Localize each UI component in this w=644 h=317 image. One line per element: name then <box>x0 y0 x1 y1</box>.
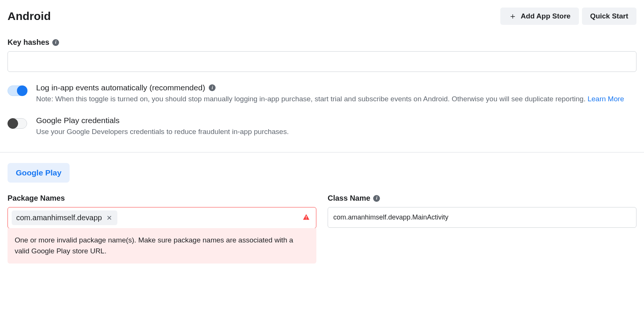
section-divider <box>0 152 644 152</box>
add-app-store-button[interactable]: ＋ Add App Store <box>500 8 579 25</box>
package-names-label-text: Package Names <box>8 194 65 203</box>
page-title: Android <box>8 10 51 23</box>
info-icon[interactable]: i <box>52 39 59 46</box>
auto-log-events-title: Log in-app events automatically (recomme… <box>36 83 636 92</box>
class-name-label-text: Class Name <box>328 194 370 203</box>
package-names-label: Package Names <box>8 194 316 203</box>
plus-icon: ＋ <box>509 12 517 20</box>
toggle-knob <box>8 118 18 129</box>
header-buttons: ＋ Add App Store Quick Start <box>500 8 636 25</box>
learn-more-link[interactable]: Learn More <box>588 95 624 103</box>
google-play-credentials-note: Use your Google Developers credentials t… <box>36 126 636 137</box>
info-icon[interactable]: i <box>373 195 380 202</box>
package-names-error: One or more invalid package name(s). Mak… <box>8 228 316 264</box>
gplay-creds-title-text: Google Play credentials <box>36 116 120 125</box>
toggle-knob <box>17 85 27 96</box>
key-hashes-input[interactable] <box>8 51 636 72</box>
package-names-input[interactable]: com.amanhimself.devapp ✕ <box>8 207 316 229</box>
package-name-chip: com.amanhimself.devapp ✕ <box>12 210 117 225</box>
key-hashes-label: Key hashes i <box>8 38 636 47</box>
info-icon[interactable]: i <box>209 84 216 91</box>
quick-start-button[interactable]: Quick Start <box>582 8 636 25</box>
auto-log-events-toggle[interactable] <box>8 85 27 96</box>
warning-icon <box>302 213 310 223</box>
key-hashes-label-text: Key hashes <box>8 38 49 47</box>
auto-log-events-note: Note: When this toggle is turned on, you… <box>36 94 636 105</box>
tab-google-play[interactable]: Google Play <box>8 163 70 183</box>
svg-rect-1 <box>306 218 307 219</box>
class-name-label: Class Name i <box>328 194 636 203</box>
auto-log-note-text: Note: When this toggle is turned on, you… <box>36 95 588 103</box>
add-app-store-label: Add App Store <box>521 12 570 20</box>
google-play-credentials-toggle[interactable] <box>8 118 27 129</box>
svg-rect-0 <box>306 216 307 218</box>
close-icon[interactable]: ✕ <box>106 214 113 222</box>
google-play-credentials-title: Google Play credentials <box>36 116 636 125</box>
quick-start-label: Quick Start <box>590 12 628 20</box>
class-name-input[interactable] <box>328 207 636 228</box>
auto-log-title-text: Log in-app events automatically (recomme… <box>36 83 205 92</box>
package-name-chip-text: com.amanhimself.devapp <box>16 213 102 222</box>
